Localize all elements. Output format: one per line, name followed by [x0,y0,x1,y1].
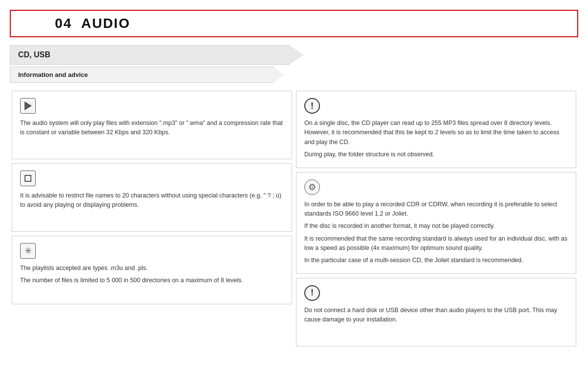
icon-row-square [20,171,284,186]
info-text-square: It is advisable to restrict file names t… [20,191,284,210]
chapter-title: 04 AUDIO [21,16,130,31]
info-text-gear-1: In order to be able to play a recorded C… [304,200,568,219]
info-text-warning-1b: During play, the folder structure is not… [304,150,568,159]
info-text-play: The audio system will only play files wi… [20,119,284,138]
info-text-sun-2: The number of files is limited to 5 000 … [20,276,284,285]
icon-row-warning-1: ! [304,98,568,114]
chapter-number: 04 [55,16,72,31]
page: 04 AUDIO CD, USB Information and advice … [0,0,588,392]
info-box-square: It is advisable to restrict file names t… [12,163,292,232]
content-grid: The audio system will only play files wi… [10,89,578,348]
info-box-sun: ✳ The playlists accepted are types .m3u … [12,236,292,304]
info-text-gear-2: If the disc is recorded in another forma… [304,221,568,231]
square-icon [20,171,36,186]
square-shape [24,175,31,182]
info-text-sun-1: The playlists accepted are types .m3u an… [20,264,284,273]
play-triangle [24,101,32,110]
play-icon [20,98,36,114]
right-column: ! On a single disc, the CD player can re… [294,89,578,348]
chapter-name: AUDIO [81,16,130,31]
warning-icon-2: ! [304,285,320,301]
sun-icon: ✳ [20,243,36,259]
chapter-header: 04 AUDIO [10,10,578,37]
section-header: CD, USB [10,45,304,65]
subsection-label: Information and advice [18,71,88,78]
gear-shape: ⚙ [308,183,316,192]
subsection-header: Information and advice [10,67,284,83]
section-label: CD, USB [18,50,50,59]
icon-row-sun: ✳ [20,243,284,259]
gear-icon: ⚙ [304,179,320,195]
info-box-warning-1: ! On a single disc, the CD player can re… [296,91,576,168]
icon-row-play [20,98,284,114]
info-text-warning-2a: Do not connect a hard disk or USB device… [304,306,568,325]
info-text-warning-1a: On a single disc, the CD player can read… [304,119,568,147]
info-box-gear: ⚙ In order to be able to play a recorded… [296,172,576,274]
sun-shape: ✳ [24,245,32,256]
warning-icon-1: ! [304,98,320,114]
info-box-play: The audio system will only play files wi… [12,91,292,159]
icon-row-warning-2: ! [304,285,568,301]
info-text-gear-4: In the particular case of a multi-sessio… [304,256,568,265]
left-column: The audio system will only play files wi… [10,89,294,348]
info-box-warning-2: ! Do not connect a hard disk or USB devi… [296,278,576,346]
icon-row-gear: ⚙ [304,179,568,195]
info-text-gear-3: It is recommended that the same recordin… [304,234,568,253]
